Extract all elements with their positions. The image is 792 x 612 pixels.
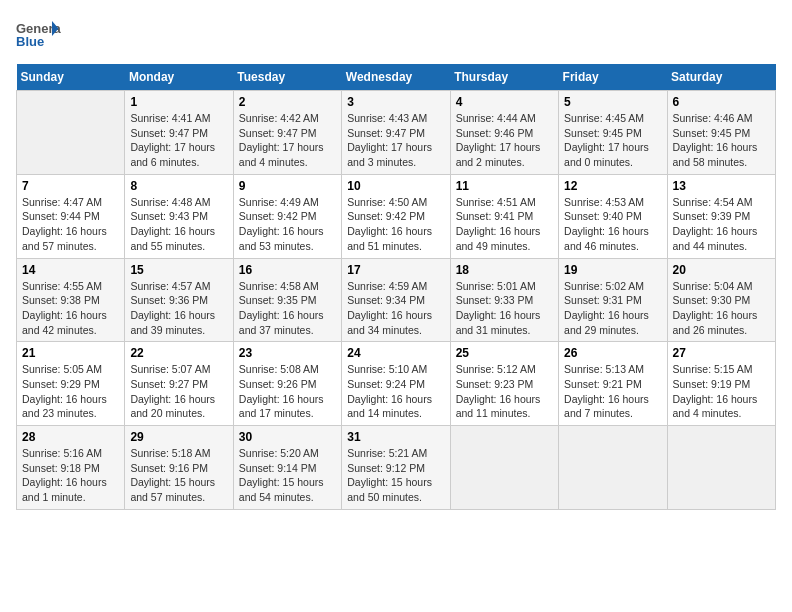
cell-content: Sunrise: 4:54 AM Sunset: 9:39 PM Dayligh… bbox=[673, 195, 770, 254]
day-number: 26 bbox=[564, 346, 661, 360]
calendar-cell: 13Sunrise: 4:54 AM Sunset: 9:39 PM Dayli… bbox=[667, 174, 775, 258]
cell-content: Sunrise: 5:20 AM Sunset: 9:14 PM Dayligh… bbox=[239, 446, 336, 505]
day-number: 2 bbox=[239, 95, 336, 109]
calendar-cell bbox=[667, 426, 775, 510]
calendar-cell bbox=[450, 426, 558, 510]
svg-text:Blue: Blue bbox=[16, 34, 44, 49]
calendar-cell: 27Sunrise: 5:15 AM Sunset: 9:19 PM Dayli… bbox=[667, 342, 775, 426]
day-number: 10 bbox=[347, 179, 444, 193]
calendar-week-row: 28Sunrise: 5:16 AM Sunset: 9:18 PM Dayli… bbox=[17, 426, 776, 510]
calendar-cell bbox=[559, 426, 667, 510]
cell-content: Sunrise: 4:41 AM Sunset: 9:47 PM Dayligh… bbox=[130, 111, 227, 170]
cell-content: Sunrise: 4:45 AM Sunset: 9:45 PM Dayligh… bbox=[564, 111, 661, 170]
calendar-cell bbox=[17, 91, 125, 175]
day-number: 31 bbox=[347, 430, 444, 444]
calendar-cell: 3Sunrise: 4:43 AM Sunset: 9:47 PM Daylig… bbox=[342, 91, 450, 175]
calendar-week-row: 14Sunrise: 4:55 AM Sunset: 9:38 PM Dayli… bbox=[17, 258, 776, 342]
day-number: 12 bbox=[564, 179, 661, 193]
cell-content: Sunrise: 5:18 AM Sunset: 9:16 PM Dayligh… bbox=[130, 446, 227, 505]
calendar-cell: 2Sunrise: 4:42 AM Sunset: 9:47 PM Daylig… bbox=[233, 91, 341, 175]
cell-content: Sunrise: 5:12 AM Sunset: 9:23 PM Dayligh… bbox=[456, 362, 553, 421]
logo-svg: General Blue bbox=[16, 16, 61, 56]
cell-content: Sunrise: 4:49 AM Sunset: 9:42 PM Dayligh… bbox=[239, 195, 336, 254]
header: General Blue bbox=[16, 16, 776, 56]
day-number: 18 bbox=[456, 263, 553, 277]
cell-content: Sunrise: 5:04 AM Sunset: 9:30 PM Dayligh… bbox=[673, 279, 770, 338]
calendar-cell: 16Sunrise: 4:58 AM Sunset: 9:35 PM Dayli… bbox=[233, 258, 341, 342]
day-number: 17 bbox=[347, 263, 444, 277]
weekday-header: Wednesday bbox=[342, 64, 450, 91]
day-number: 25 bbox=[456, 346, 553, 360]
day-number: 30 bbox=[239, 430, 336, 444]
day-number: 19 bbox=[564, 263, 661, 277]
cell-content: Sunrise: 4:50 AM Sunset: 9:42 PM Dayligh… bbox=[347, 195, 444, 254]
day-number: 15 bbox=[130, 263, 227, 277]
calendar-cell: 29Sunrise: 5:18 AM Sunset: 9:16 PM Dayli… bbox=[125, 426, 233, 510]
calendar-cell: 21Sunrise: 5:05 AM Sunset: 9:29 PM Dayli… bbox=[17, 342, 125, 426]
cell-content: Sunrise: 5:07 AM Sunset: 9:27 PM Dayligh… bbox=[130, 362, 227, 421]
day-number: 8 bbox=[130, 179, 227, 193]
day-number: 29 bbox=[130, 430, 227, 444]
day-number: 11 bbox=[456, 179, 553, 193]
day-number: 22 bbox=[130, 346, 227, 360]
calendar-cell: 8Sunrise: 4:48 AM Sunset: 9:43 PM Daylig… bbox=[125, 174, 233, 258]
cell-content: Sunrise: 5:05 AM Sunset: 9:29 PM Dayligh… bbox=[22, 362, 119, 421]
weekday-header-row: SundayMondayTuesdayWednesdayThursdayFrid… bbox=[17, 64, 776, 91]
cell-content: Sunrise: 5:08 AM Sunset: 9:26 PM Dayligh… bbox=[239, 362, 336, 421]
cell-content: Sunrise: 4:51 AM Sunset: 9:41 PM Dayligh… bbox=[456, 195, 553, 254]
cell-content: Sunrise: 4:55 AM Sunset: 9:38 PM Dayligh… bbox=[22, 279, 119, 338]
day-number: 1 bbox=[130, 95, 227, 109]
day-number: 9 bbox=[239, 179, 336, 193]
cell-content: Sunrise: 4:43 AM Sunset: 9:47 PM Dayligh… bbox=[347, 111, 444, 170]
cell-content: Sunrise: 4:57 AM Sunset: 9:36 PM Dayligh… bbox=[130, 279, 227, 338]
calendar-cell: 10Sunrise: 4:50 AM Sunset: 9:42 PM Dayli… bbox=[342, 174, 450, 258]
weekday-header: Friday bbox=[559, 64, 667, 91]
weekday-header: Thursday bbox=[450, 64, 558, 91]
cell-content: Sunrise: 4:47 AM Sunset: 9:44 PM Dayligh… bbox=[22, 195, 119, 254]
day-number: 28 bbox=[22, 430, 119, 444]
cell-content: Sunrise: 5:13 AM Sunset: 9:21 PM Dayligh… bbox=[564, 362, 661, 421]
cell-content: Sunrise: 4:59 AM Sunset: 9:34 PM Dayligh… bbox=[347, 279, 444, 338]
day-number: 27 bbox=[673, 346, 770, 360]
calendar-week-row: 21Sunrise: 5:05 AM Sunset: 9:29 PM Dayli… bbox=[17, 342, 776, 426]
calendar-cell: 18Sunrise: 5:01 AM Sunset: 9:33 PM Dayli… bbox=[450, 258, 558, 342]
cell-content: Sunrise: 4:58 AM Sunset: 9:35 PM Dayligh… bbox=[239, 279, 336, 338]
cell-content: Sunrise: 5:01 AM Sunset: 9:33 PM Dayligh… bbox=[456, 279, 553, 338]
day-number: 5 bbox=[564, 95, 661, 109]
logo: General Blue bbox=[16, 16, 61, 56]
calendar-cell: 1Sunrise: 4:41 AM Sunset: 9:47 PM Daylig… bbox=[125, 91, 233, 175]
calendar-cell: 24Sunrise: 5:10 AM Sunset: 9:24 PM Dayli… bbox=[342, 342, 450, 426]
calendar-table: SundayMondayTuesdayWednesdayThursdayFrid… bbox=[16, 64, 776, 510]
cell-content: Sunrise: 4:53 AM Sunset: 9:40 PM Dayligh… bbox=[564, 195, 661, 254]
cell-content: Sunrise: 5:10 AM Sunset: 9:24 PM Dayligh… bbox=[347, 362, 444, 421]
day-number: 4 bbox=[456, 95, 553, 109]
calendar-cell: 23Sunrise: 5:08 AM Sunset: 9:26 PM Dayli… bbox=[233, 342, 341, 426]
cell-content: Sunrise: 5:16 AM Sunset: 9:18 PM Dayligh… bbox=[22, 446, 119, 505]
calendar-cell: 19Sunrise: 5:02 AM Sunset: 9:31 PM Dayli… bbox=[559, 258, 667, 342]
calendar-week-row: 7Sunrise: 4:47 AM Sunset: 9:44 PM Daylig… bbox=[17, 174, 776, 258]
calendar-cell: 14Sunrise: 4:55 AM Sunset: 9:38 PM Dayli… bbox=[17, 258, 125, 342]
day-number: 13 bbox=[673, 179, 770, 193]
calendar-cell: 26Sunrise: 5:13 AM Sunset: 9:21 PM Dayli… bbox=[559, 342, 667, 426]
cell-content: Sunrise: 5:21 AM Sunset: 9:12 PM Dayligh… bbox=[347, 446, 444, 505]
calendar-cell: 12Sunrise: 4:53 AM Sunset: 9:40 PM Dayli… bbox=[559, 174, 667, 258]
calendar-cell: 25Sunrise: 5:12 AM Sunset: 9:23 PM Dayli… bbox=[450, 342, 558, 426]
weekday-header: Tuesday bbox=[233, 64, 341, 91]
calendar-cell: 4Sunrise: 4:44 AM Sunset: 9:46 PM Daylig… bbox=[450, 91, 558, 175]
calendar-cell: 15Sunrise: 4:57 AM Sunset: 9:36 PM Dayli… bbox=[125, 258, 233, 342]
calendar-cell: 28Sunrise: 5:16 AM Sunset: 9:18 PM Dayli… bbox=[17, 426, 125, 510]
calendar-cell: 7Sunrise: 4:47 AM Sunset: 9:44 PM Daylig… bbox=[17, 174, 125, 258]
cell-content: Sunrise: 4:42 AM Sunset: 9:47 PM Dayligh… bbox=[239, 111, 336, 170]
calendar-cell: 9Sunrise: 4:49 AM Sunset: 9:42 PM Daylig… bbox=[233, 174, 341, 258]
calendar-cell: 31Sunrise: 5:21 AM Sunset: 9:12 PM Dayli… bbox=[342, 426, 450, 510]
day-number: 21 bbox=[22, 346, 119, 360]
weekday-header: Monday bbox=[125, 64, 233, 91]
day-number: 3 bbox=[347, 95, 444, 109]
day-number: 24 bbox=[347, 346, 444, 360]
cell-content: Sunrise: 5:02 AM Sunset: 9:31 PM Dayligh… bbox=[564, 279, 661, 338]
calendar-cell: 11Sunrise: 4:51 AM Sunset: 9:41 PM Dayli… bbox=[450, 174, 558, 258]
calendar-cell: 6Sunrise: 4:46 AM Sunset: 9:45 PM Daylig… bbox=[667, 91, 775, 175]
calendar-cell: 20Sunrise: 5:04 AM Sunset: 9:30 PM Dayli… bbox=[667, 258, 775, 342]
calendar-cell: 5Sunrise: 4:45 AM Sunset: 9:45 PM Daylig… bbox=[559, 91, 667, 175]
weekday-header: Saturday bbox=[667, 64, 775, 91]
